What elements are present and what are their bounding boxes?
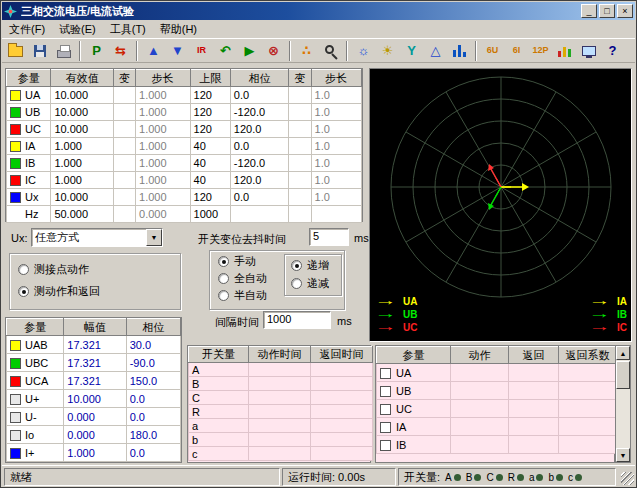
step-cell[interactable]: 1.000 <box>136 121 190 138</box>
rms-value-cell[interactable]: 1.000 <box>51 172 114 189</box>
rms-value-cell[interactable]: 1.000 <box>51 138 114 155</box>
radio-icon[interactable] <box>218 256 229 267</box>
resize-grip[interactable] <box>621 472 634 485</box>
switch-name-cell[interactable]: C <box>189 391 249 405</box>
debounce-input[interactable]: 5 <box>309 228 349 246</box>
scroll-up-icon[interactable] <box>616 346 630 360</box>
vary-cell[interactable] <box>113 138 135 155</box>
rms-value-cell[interactable]: 10.000 <box>51 121 114 138</box>
step-cell[interactable]: 1.000 <box>136 155 190 172</box>
menu-item[interactable]: 试验(E) <box>52 20 103 39</box>
limit-cell[interactable]: 120 <box>190 104 230 121</box>
param-cell[interactable]: UA <box>7 87 51 104</box>
minimize-button[interactable]: _ <box>581 4 597 18</box>
param-cell[interactable]: Ux <box>7 189 51 206</box>
ux-mode-combo[interactable]: 任意方式 <box>31 228 163 247</box>
phase-step-cell[interactable]: 1.0 <box>311 138 361 155</box>
maximize-button[interactable]: □ <box>599 4 615 18</box>
param-cell[interactable]: IB <box>7 155 51 172</box>
ir-button[interactable]: IR <box>190 40 213 62</box>
phase-cell[interactable] <box>230 206 288 223</box>
vary-cell[interactable] <box>113 206 135 223</box>
phase-cell[interactable]: 0.0 <box>230 189 288 206</box>
step-cell[interactable]: 1.000 <box>136 104 190 121</box>
vector-y-button[interactable]: Y <box>400 40 423 62</box>
limit-cell[interactable]: 120 <box>190 121 230 138</box>
switch-name-cell[interactable]: B <box>189 377 249 391</box>
switch-name-cell[interactable]: a <box>189 419 249 433</box>
vary2-cell[interactable] <box>289 189 311 206</box>
rms-value-cell[interactable]: 10.000 <box>51 104 114 121</box>
harmonic-button[interactable] <box>448 40 471 62</box>
radio-icon[interactable] <box>18 264 29 275</box>
param-cell[interactable]: UC <box>7 121 51 138</box>
vary-cell[interactable] <box>113 155 135 172</box>
limit-cell[interactable]: 1000 <box>190 206 230 223</box>
radio-icon[interactable] <box>291 260 302 271</box>
limit-cell[interactable]: 40 <box>190 172 230 189</box>
six-i-button[interactable]: 6I <box>505 40 528 62</box>
phase-cell[interactable]: -120.0 <box>230 104 288 121</box>
print-button[interactable] <box>52 40 75 62</box>
flash-button[interactable]: ☼ <box>352 40 375 62</box>
param-checkbox[interactable] <box>380 440 391 451</box>
switch-name-cell[interactable]: A <box>189 363 249 377</box>
step-cell[interactable]: 1.000 <box>136 138 190 155</box>
phase-balance-button[interactable]: ⇆ <box>109 40 132 62</box>
open-button[interactable] <box>4 40 27 62</box>
param-button[interactable]: P <box>85 40 108 62</box>
sun-button[interactable]: ☀ <box>376 40 399 62</box>
radio-icon[interactable] <box>218 273 229 284</box>
delta-button[interactable]: △ <box>424 40 447 62</box>
help-button[interactable]: ? <box>601 40 624 62</box>
vary2-cell[interactable] <box>289 104 311 121</box>
phase-cell[interactable]: 120.0 <box>230 172 288 189</box>
result-scrollbar[interactable] <box>615 345 631 463</box>
radio-icon[interactable] <box>291 278 302 289</box>
menu-item[interactable]: 文件(F) <box>2 20 52 39</box>
param-cell[interactable]: IC <box>7 172 51 189</box>
radio-icon[interactable] <box>18 286 29 297</box>
limit-cell[interactable]: 40 <box>190 155 230 172</box>
step-up-button[interactable]: ▲ <box>142 40 165 62</box>
param-checkbox[interactable] <box>380 386 391 397</box>
dropdown-arrow-icon[interactable] <box>146 229 162 246</box>
rms-value-cell[interactable]: 10.000 <box>51 87 114 104</box>
close-button[interactable]: × <box>617 4 633 18</box>
vary-cell[interactable] <box>113 189 135 206</box>
vary-cell[interactable] <box>113 104 135 121</box>
limit-cell[interactable]: 40 <box>190 138 230 155</box>
param-cell[interactable]: UB <box>7 104 51 121</box>
radio-increase[interactable]: 递增 <box>291 259 329 272</box>
step-cell[interactable]: 1.000 <box>136 87 190 104</box>
monitor-button[interactable] <box>577 40 600 62</box>
sample-button[interactable]: ∴ <box>295 40 318 62</box>
reset-button[interactable]: ↶ <box>214 40 237 62</box>
step-cell[interactable]: 1.000 <box>136 172 190 189</box>
vary2-cell[interactable] <box>289 138 311 155</box>
scroll-down-icon[interactable] <box>616 448 630 462</box>
step-cell[interactable]: 1.000 <box>136 189 190 206</box>
vary2-cell[interactable] <box>289 172 311 189</box>
phase-step-cell[interactable]: 1.0 <box>311 189 361 206</box>
phase-cell[interactable]: 0.0 <box>230 138 288 155</box>
radio-full-auto[interactable]: 全自动 <box>218 272 267 285</box>
limit-cell[interactable]: 120 <box>190 189 230 206</box>
rms-value-cell[interactable]: 50.000 <box>51 206 114 223</box>
step-down-button[interactable]: ▼ <box>166 40 189 62</box>
phase-step-cell[interactable] <box>311 206 361 223</box>
switch-name-cell[interactable]: c <box>189 447 249 461</box>
menu-item[interactable]: 帮助(H) <box>153 20 204 39</box>
save-button[interactable] <box>28 40 51 62</box>
twelve-p-button[interactable]: 12P <box>529 40 552 62</box>
vary2-cell[interactable] <box>289 155 311 172</box>
six-u-button[interactable]: 6U <box>481 40 504 62</box>
radio-decrease[interactable]: 递减 <box>291 277 329 290</box>
vary2-cell[interactable] <box>289 206 311 223</box>
scroll-thumb[interactable] <box>616 361 630 389</box>
radio-semi-auto[interactable]: 半自动 <box>218 289 267 302</box>
phase-step-cell[interactable]: 1.0 <box>311 121 361 138</box>
vary2-cell[interactable] <box>289 87 311 104</box>
switch-name-cell[interactable]: R <box>189 405 249 419</box>
rms-value-cell[interactable]: 10.000 <box>51 189 114 206</box>
